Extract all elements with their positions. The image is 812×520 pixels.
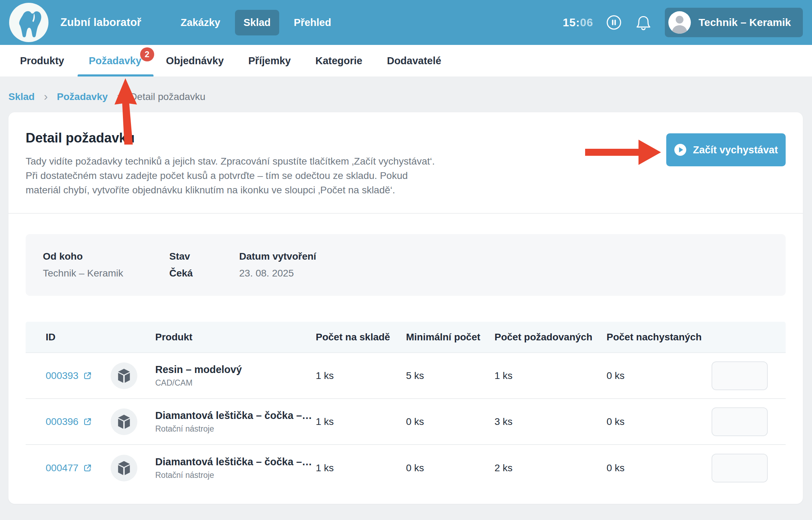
request-items-table: ID Produkt Počet na skladě Minimální poč… xyxy=(26,322,786,491)
start-picking-label: Začít vychystávat xyxy=(693,144,778,156)
row-id: 000396 xyxy=(46,416,78,427)
tooth-icon xyxy=(9,3,48,42)
person-icon xyxy=(668,11,691,34)
avatar xyxy=(668,11,691,34)
product-avatar xyxy=(111,455,137,481)
brand-title: Zubní laboratoř xyxy=(60,16,141,29)
tab-label: Příjemky xyxy=(248,55,291,67)
nav-item-prehled[interactable]: Přehled xyxy=(286,10,340,35)
product-name: Resin – modelový xyxy=(155,364,316,375)
notifications-button[interactable] xyxy=(635,14,652,31)
requested-value: 3 ks xyxy=(495,416,607,427)
clock-hours: 15 xyxy=(563,16,576,29)
minimum-value: 5 ks xyxy=(406,370,495,381)
summary-label: Stav xyxy=(169,251,239,262)
summary-from: Od koho Technik – Keramik xyxy=(43,251,169,296)
user-menu[interactable]: Technik – Keramik xyxy=(665,8,803,37)
product-icon-cell xyxy=(106,455,142,481)
clock: 15:06 xyxy=(563,16,593,29)
in-stock-value: 1 ks xyxy=(316,416,406,427)
request-detail-card: Detail požadavku Tady vidíte požadavky t… xyxy=(8,112,803,504)
tab-label: Objednávky xyxy=(166,55,224,67)
summary-value: 23. 08. 2025 xyxy=(239,268,316,279)
tab-produkty[interactable]: Produkty xyxy=(20,45,64,76)
summary-created: Datum vytvoření 23. 08. 2025 xyxy=(239,251,316,296)
clock-minutes: 06 xyxy=(580,16,594,29)
description-line: Tady vidíte požadavky techniků a jejich … xyxy=(26,154,482,168)
tab-objednavky[interactable]: Objednávky xyxy=(166,45,224,76)
product-category: CAD/CAM xyxy=(155,378,316,388)
summary-value: Technik – Keramik xyxy=(43,268,169,279)
tab-prijemky[interactable]: Příjemky xyxy=(248,45,291,76)
nav-item-zakazky[interactable]: Zakázky xyxy=(172,10,229,35)
bell-icon xyxy=(635,14,652,31)
column-header-in-stock: Počet na skladě xyxy=(316,332,406,343)
product-category: Rotační nástroje xyxy=(155,471,316,480)
content-area: Sklad › Požadavky › Detail požadavku Det… xyxy=(0,76,812,520)
request-summary-panel: Od koho Technik – Keramik Stav Čeká Datu… xyxy=(26,234,786,296)
column-header-prepared: Počet nachystaných xyxy=(607,332,712,343)
product-icon-cell xyxy=(106,408,142,435)
external-link-icon xyxy=(83,371,92,381)
prepared-value: 0 ks xyxy=(607,462,712,474)
chevron-right-icon: › xyxy=(117,90,121,102)
package-icon xyxy=(117,368,131,384)
play-icon xyxy=(674,144,687,156)
table-header-row: ID Produkt Počet na skladě Minimální poč… xyxy=(26,322,786,353)
table-row: 000396 xyxy=(26,399,786,445)
summary-status: Stav Čeká xyxy=(169,251,239,296)
requested-value: 1 ks xyxy=(495,370,607,381)
prepared-quantity-input[interactable] xyxy=(712,454,768,482)
prepared-quantity-input[interactable] xyxy=(712,361,768,390)
product-cell: Resin – modelový CAD/CAM xyxy=(142,364,316,388)
tab-kategorie[interactable]: Kategorie xyxy=(315,45,362,76)
product-category: Rotační nástroje xyxy=(155,424,316,434)
product-name: Diamantová leštička – čočka –… xyxy=(155,410,316,421)
user-name: Technik – Keramik xyxy=(699,16,791,28)
app-root: Zubní laboratoř Zakázky Sklad Přehled 15… xyxy=(0,0,812,520)
warehouse-tabs: Produkty Požadavky 2 Objednávky Příjemky… xyxy=(0,45,812,76)
tab-label: Dodavatelé xyxy=(387,55,441,67)
minimum-value: 0 ks xyxy=(406,416,495,427)
prepared-quantity-input[interactable] xyxy=(712,407,768,436)
summary-label: Od koho xyxy=(43,251,169,262)
requests-count-badge: 2 xyxy=(140,47,154,61)
tab-dodavatele[interactable]: Dodavatelé xyxy=(387,45,441,76)
summary-label: Datum vytvoření xyxy=(239,251,316,262)
app-logo[interactable] xyxy=(9,3,48,42)
breadcrumb-pozadavky[interactable]: Požadavky xyxy=(57,91,108,102)
breadcrumb-sklad[interactable]: Sklad xyxy=(8,91,35,102)
prepared-input-cell xyxy=(712,454,786,482)
row-id: 000477 xyxy=(46,462,78,474)
row-id-link[interactable]: 000396 xyxy=(26,416,106,427)
package-icon xyxy=(117,414,131,429)
top-bar: Zubní laboratoř Zakázky Sklad Přehled 15… xyxy=(0,0,812,45)
card-header: Detail požadavku Tady vidíte požadavky t… xyxy=(8,112,803,214)
topbar-right: 15:06 xyxy=(563,8,803,37)
product-name: Diamantová leštička – čočka –… xyxy=(155,456,316,468)
minimum-value: 0 ks xyxy=(406,462,495,474)
product-avatar xyxy=(111,362,137,389)
table-row: 000477 xyxy=(26,445,786,491)
product-icon-cell xyxy=(106,362,142,389)
tab-pozadavky[interactable]: Požadavky 2 xyxy=(89,45,142,76)
prepared-input-cell xyxy=(712,407,786,436)
tab-label: Kategorie xyxy=(315,55,362,67)
status-value: Čeká xyxy=(169,268,239,279)
page-description: Tady vidíte požadavky techniků a jejich … xyxy=(26,154,482,197)
nav-item-sklad[interactable]: Sklad xyxy=(235,10,279,35)
product-cell: Diamantová leštička – čočka –… Rotační n… xyxy=(142,410,316,434)
column-header-product: Produkt xyxy=(142,332,316,343)
tab-label: Produkty xyxy=(20,55,64,67)
table-row: 000393 xyxy=(26,353,786,399)
product-avatar xyxy=(111,408,137,435)
in-stock-value: 1 ks xyxy=(316,370,406,381)
start-picking-button[interactable]: Začít vychystávat xyxy=(666,133,786,166)
requested-value: 2 ks xyxy=(495,462,607,474)
row-id: 000393 xyxy=(46,370,78,381)
row-id-link[interactable]: 000477 xyxy=(26,462,106,474)
breadcrumb-current: Detail požadavku xyxy=(130,91,205,102)
chevron-right-icon: › xyxy=(44,90,48,102)
row-id-link[interactable]: 000393 xyxy=(26,370,106,381)
pause-timer-button[interactable] xyxy=(606,14,622,31)
